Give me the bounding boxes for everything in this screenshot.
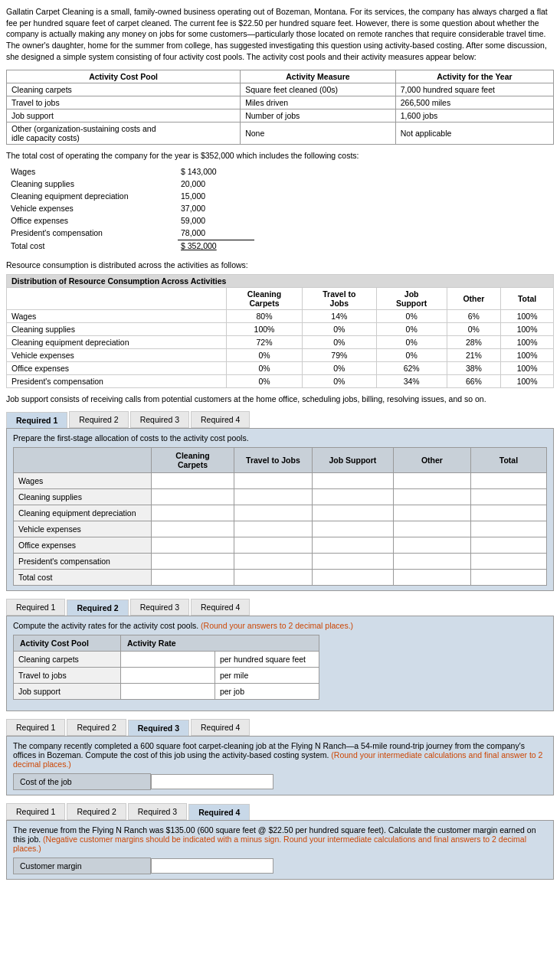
dist-office-other: 38% (447, 362, 501, 375)
dist-wages-total: 100% (501, 310, 554, 323)
alloc-president-travel-input[interactable] (239, 556, 307, 567)
dist-office-job: 62% (376, 362, 447, 375)
alloc-vehicle-other-input[interactable] (398, 524, 466, 534)
tab-required3-d[interactable]: Required 3 (128, 803, 187, 820)
tabs-section1: Required 1 Required 2 Required 3 Require… (6, 411, 554, 428)
alloc-col-total: Total (470, 448, 546, 473)
cost-total-label: Total cost (8, 240, 176, 251)
alloc-totalcost-cleaning-input[interactable] (156, 572, 229, 583)
alloc-wages-label: Wages (14, 473, 152, 489)
tab-required1-d[interactable]: Required 1 (6, 803, 65, 820)
cost-wages-value: $ 143,000 (178, 166, 254, 177)
rate-row-travel: Travel to jobs per mile (14, 668, 319, 684)
alloc-supplies-other-input[interactable] (398, 492, 466, 502)
alloc-supplies-job-input[interactable] (317, 492, 388, 502)
alloc-equip-job-input[interactable] (317, 508, 388, 518)
dist-wages-job: 0% (376, 310, 447, 323)
tab-required4-a[interactable]: Required 4 (191, 411, 250, 428)
alloc-president-other-input[interactable] (398, 556, 466, 567)
dist-supplies-cleaning: 100% (227, 323, 303, 336)
cost-supplies-label: Cleaning supplies (8, 178, 176, 189)
alloc-equip-travel-input[interactable] (239, 508, 307, 518)
alloc-vehicle-job-input[interactable] (317, 524, 388, 534)
alloc-wages-total-input[interactable] (476, 475, 542, 486)
req2-panel: Compute the activity rates for the activ… (6, 616, 554, 711)
tab-required1-b[interactable]: Required 1 (6, 599, 65, 616)
costs-table: Wages $ 143,000 Cleaning supplies 20,000… (6, 165, 256, 253)
alloc-equip-other-input[interactable] (398, 508, 466, 518)
cost-total-value: $ 352,000 (178, 240, 254, 251)
table-row: Cleaning supplies 100% 0% 0% 0% 100% (7, 323, 554, 336)
alloc-vehicle-travel-input[interactable] (239, 524, 307, 534)
alloc-totalcost-total-input[interactable] (476, 572, 542, 583)
table-row: Cleaning supplies 20,000 (8, 178, 254, 189)
alloc-office-other-input[interactable] (398, 540, 466, 550)
activity-travel: 266,500 miles (395, 96, 553, 109)
tab-required2-c[interactable]: Required 2 (67, 719, 126, 736)
alloc-office-job-input[interactable] (317, 540, 388, 550)
rate-row-job: Job support per job (14, 684, 319, 700)
alloc-supplies-label: Cleaning supplies (14, 489, 152, 505)
dist-vehicle-job: 0% (376, 349, 447, 362)
activity-rate-table: Activity Cost Pool Activity Rate Cleanin… (13, 635, 319, 700)
alloc-president-cleaning-input[interactable] (156, 556, 229, 567)
dist-president-total: 100% (501, 375, 554, 388)
dist-office-travel: 0% (302, 362, 376, 375)
measure-other: None (241, 122, 396, 145)
cost-job-input[interactable] (151, 774, 273, 789)
activity-pools-table: Activity Cost Pool Activity Measure Acti… (6, 70, 554, 145)
tab-required3-a[interactable]: Required 3 (130, 411, 189, 428)
tab-required1-c[interactable]: Required 1 (6, 719, 65, 736)
alloc-equip-total-input[interactable] (476, 508, 542, 518)
tab-required1-a[interactable]: Required 1 (6, 412, 67, 428)
alloc-vehicle-total-input[interactable] (476, 524, 542, 534)
alloc-vehicle-cleaning-input[interactable] (156, 524, 229, 534)
customer-margin-input[interactable] (151, 858, 273, 874)
alloc-wages-cleaning-input[interactable] (156, 475, 229, 486)
alloc-office-travel-input[interactable] (239, 540, 307, 550)
alloc-supplies-travel-input[interactable] (239, 492, 307, 502)
cost-vehicle-value: 37,000 (178, 203, 254, 214)
alloc-wages-job-input[interactable] (317, 475, 388, 486)
tab-required4-b[interactable]: Required 4 (191, 599, 250, 616)
table-row: Wages 80% 14% 0% 6% 100% (7, 310, 554, 323)
tab-required3-c[interactable]: Required 3 (128, 720, 189, 736)
alloc-equip-cleaning-input[interactable] (156, 508, 229, 518)
req1-title: Prepare the first-stage allocation of co… (13, 433, 547, 443)
alloc-supplies-cleaning-input[interactable] (156, 492, 229, 502)
table-row: Total cost $ 352,000 (8, 240, 254, 251)
tab-required4-d[interactable]: Required 4 (188, 804, 250, 820)
tab-required2-b[interactable]: Required 2 (67, 599, 128, 616)
table-row: Vehicle expenses 0% 79% 0% 21% 100% (7, 349, 554, 362)
alloc-totalcost-travel-input[interactable] (239, 572, 307, 583)
rate-job-unit: per job (215, 684, 319, 700)
alloc-totalcost-other-input[interactable] (398, 572, 466, 583)
alloc-office-cleaning-input[interactable] (156, 540, 229, 550)
dist-supplies-job: 0% (376, 323, 447, 336)
cost-wages-label: Wages (8, 166, 176, 177)
tab-required2-a[interactable]: Required 2 (69, 411, 128, 428)
tab-required3-b[interactable]: Required 3 (130, 599, 189, 616)
customer-margin-row: Customer margin (13, 858, 547, 874)
alloc-totalcost-job-input[interactable] (317, 572, 388, 583)
alloc-office-total-input[interactable] (476, 540, 542, 550)
cost-vehicle-label: Vehicle expenses (8, 203, 176, 214)
alloc-president-total-input[interactable] (476, 556, 542, 567)
cost-president-label: President's compensation (8, 227, 176, 238)
table-row: Wages $ 143,000 (8, 166, 254, 177)
alloc-supplies-total-input[interactable] (476, 492, 542, 502)
alloc-wages-other-input[interactable] (398, 475, 466, 486)
rate-job-label: Job support (14, 684, 121, 700)
alloc-wages-travel-input[interactable] (239, 475, 307, 486)
activity-other: Not applicable (395, 122, 553, 145)
tab-required2-d[interactable]: Required 2 (67, 803, 126, 820)
tab-required4-c[interactable]: Required 4 (191, 719, 250, 736)
alloc-row-president: President's compensation (14, 554, 547, 570)
rate-cleaning-input[interactable] (126, 654, 202, 665)
dist-president-cleaning: 0% (227, 375, 303, 388)
rate-job-input[interactable] (126, 686, 202, 697)
resource-text: Resource consumption is distributed acro… (6, 260, 554, 270)
alloc-president-job-input[interactable] (317, 556, 388, 567)
dist-col-total: Total (501, 288, 554, 310)
rate-travel-input[interactable] (126, 670, 202, 681)
